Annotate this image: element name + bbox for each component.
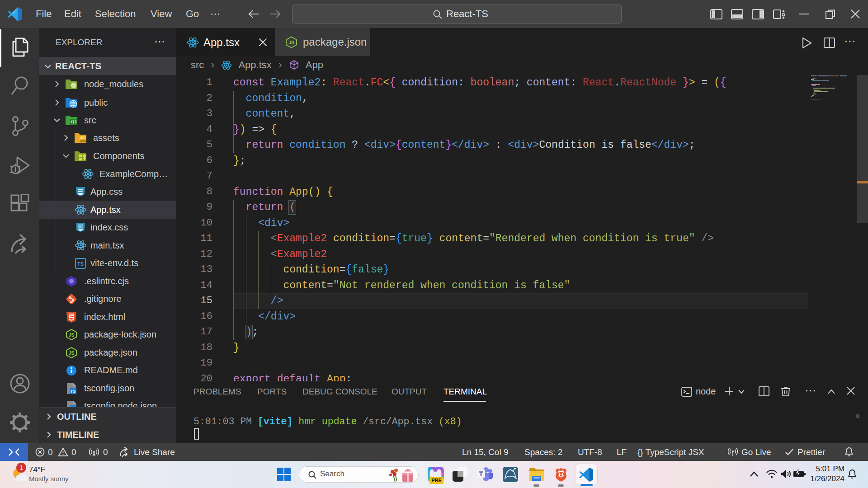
svg-text:TS: TS [77,261,84,267]
svg-text:TS: TS [71,389,76,394]
svg-text:JS: JS [288,40,294,45]
svg-text:JS: JS [69,333,75,338]
svg-text:JS: JS [69,351,75,356]
